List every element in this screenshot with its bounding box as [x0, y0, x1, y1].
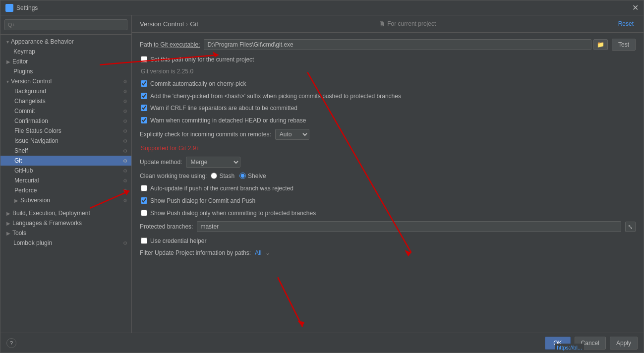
set-path-checkbox[interactable]: [141, 56, 147, 62]
clean-tree-label: Clean working tree using:: [140, 173, 207, 179]
search-box: [0, 15, 131, 35]
expand-icon: ▶: [6, 221, 10, 226]
breadcrumb-bar: Version Control › Git 🗎 For current proj…: [132, 15, 644, 33]
search-input[interactable]: [4, 19, 127, 30]
sidebar-item-subversion[interactable]: ▶ Subversion ⚙: [0, 195, 131, 205]
warn-detached-checkbox[interactable]: [141, 117, 147, 123]
warn-detached-row: Warn when committing in detached HEAD or…: [140, 117, 636, 125]
bottom-bar: ? OK Cancel Apply: [0, 333, 644, 353]
for-project-container: 🗎 For current project: [378, 20, 436, 28]
sidebar-item-appearance-behavior[interactable]: ▾ Appearance & Behavior: [0, 37, 131, 47]
settings-icon: ⚙: [123, 168, 127, 174]
sidebar-item-changelists[interactable]: Changelists ⚙: [0, 96, 131, 106]
incoming-commits-row: Explicitly check for incoming commits on…: [140, 129, 636, 140]
update-method-label: Update method:: [140, 159, 182, 166]
shelve-label: Shelve: [248, 173, 266, 179]
settings-icon: ⚙: [123, 240, 127, 246]
settings-icon: ⚙: [123, 89, 127, 94]
main-content: Version Control › Git 🗎 For current proj…: [132, 15, 644, 333]
show-push-dialog-label: Show Push dialog for Commit and Push: [150, 197, 255, 205]
settings-icon: ⚙: [123, 138, 127, 144]
settings-icon: ⚙: [123, 109, 127, 114]
expand-icon: ▾: [6, 79, 9, 84]
sidebar-item-shelf[interactable]: Shelf ⚙: [0, 146, 131, 156]
sidebar-item-commit[interactable]: Commit ⚙: [0, 106, 131, 116]
apply-button[interactable]: Apply: [610, 337, 638, 350]
update-method-select[interactable]: Merge Rebase Branch Default: [186, 157, 240, 168]
clean-tree-row: Clean working tree using: Stash Shelve: [140, 173, 636, 179]
folder-button[interactable]: 📁: [593, 39, 608, 50]
app-icon: [5, 4, 13, 12]
stash-radio[interactable]: [211, 173, 217, 179]
sidebar-item-build-execution[interactable]: ▶ Build, Execution, Deployment: [0, 208, 131, 218]
sidebar-item-lombok[interactable]: Lombok plugin ⚙: [0, 238, 131, 248]
expand-icon: ▶: [6, 211, 10, 216]
breadcrumb: Version Control › Git: [140, 20, 198, 28]
auto-update-row: Auto-update if push of the current branc…: [140, 184, 636, 193]
commit-cherry-pick-checkbox[interactable]: [141, 80, 147, 87]
settings-icon: ⚙: [123, 79, 127, 84]
expand-icon: ▶: [6, 231, 10, 236]
settings-icon: ⚙: [123, 118, 127, 124]
sidebar-item-mercurial[interactable]: Mercurial ⚙: [0, 176, 131, 185]
settings-dialog: Settings ✕ ▾ Appearance & Behavior: [0, 0, 644, 353]
sidebar-item-perforce[interactable]: Perforce ⚙: [0, 185, 131, 195]
protected-branches-row: Protected branches: ⤡: [140, 221, 636, 232]
auto-update-label: Auto-update if push of the current branc…: [150, 184, 293, 193]
sidebar-item-confirmation[interactable]: Confirmation ⚙: [0, 116, 131, 126]
expand-icon: ▶: [6, 59, 10, 64]
update-method-row: Update method: Merge Rebase Branch Defau…: [140, 157, 636, 168]
filter-dropdown-icon: ⌄: [265, 249, 270, 256]
sidebar-item-plugins[interactable]: Plugins: [0, 66, 131, 76]
expand-button[interactable]: ⤡: [625, 222, 636, 232]
auto-update-checkbox[interactable]: [141, 185, 147, 191]
protected-branches-input[interactable]: [197, 221, 621, 232]
sidebar-item-languages-frameworks[interactable]: ▶ Languages & Frameworks: [0, 218, 131, 228]
filter-value[interactable]: All: [255, 249, 261, 256]
sidebar-item-version-control[interactable]: ▾ Version Control ⚙: [0, 76, 131, 86]
project-icon: 🗎: [378, 20, 385, 28]
shelve-radio[interactable]: [239, 173, 246, 179]
add-suffix-label: Add the 'cherry-picked from <hash>' suff…: [150, 92, 401, 101]
sidebar-item-tools[interactable]: ▶ Tools: [0, 228, 131, 238]
warn-crlf-label: Warn if CRLF line separators are about t…: [150, 104, 297, 113]
settings-icon: ⚙: [123, 99, 127, 104]
settings-icon: ⚙: [123, 188, 127, 193]
git-settings-panel: Path to Git executable: 📁 Test Set this …: [132, 33, 644, 333]
add-suffix-checkbox[interactable]: [141, 93, 147, 99]
help-button[interactable]: ?: [6, 338, 16, 348]
shelve-radio-label[interactable]: Shelve: [239, 173, 266, 179]
show-push-protected-label: Show Push dialog only when committing to…: [150, 209, 316, 218]
sidebar-item-issue-navigation[interactable]: Issue Navigation ⚙: [0, 136, 131, 146]
incoming-commits-select[interactable]: Auto Always Never: [275, 129, 309, 140]
test-button[interactable]: Test: [612, 39, 636, 51]
url-tooltip: https://bl...: [555, 344, 584, 352]
breadcrumb-separator: ›: [186, 20, 188, 28]
show-push-protected-checkbox[interactable]: [141, 210, 147, 216]
supported-text: Supported for Git 2.9+: [140, 145, 636, 152]
settings-icon: ⚙: [123, 128, 127, 134]
reset-button[interactable]: Reset: [616, 19, 636, 28]
show-push-dialog-checkbox[interactable]: [141, 197, 147, 204]
sidebar: ▾ Appearance & Behavior Keymap ▶ Editor: [0, 15, 132, 333]
credential-helper-row: Use credential helper: [140, 237, 636, 245]
path-input-container: 📁: [204, 39, 608, 50]
protected-branches-label: Protected branches:: [140, 223, 193, 230]
settings-icon: ⚙: [123, 148, 127, 154]
sidebar-item-keymap[interactable]: Keymap: [0, 47, 131, 57]
expand-icon: ▾: [6, 39, 9, 45]
breadcrumb-current: Git: [190, 20, 198, 28]
incoming-commits-label: Explicitly check for incoming commits on…: [140, 131, 271, 138]
sidebar-item-git[interactable]: Git ⚙: [0, 156, 131, 166]
title-bar: Settings ✕: [0, 0, 644, 15]
stash-radio-label[interactable]: Stash: [211, 173, 234, 179]
sidebar-item-file-status-colors[interactable]: File Status Colors ⚙: [0, 126, 131, 136]
sidebar-item-github[interactable]: GitHub ⚙: [0, 166, 131, 176]
close-button[interactable]: ✕: [632, 4, 639, 12]
git-path-input[interactable]: [204, 39, 591, 50]
sidebar-item-background[interactable]: Background ⚙: [0, 86, 131, 96]
warn-crlf-checkbox[interactable]: [141, 105, 147, 111]
sidebar-item-editor[interactable]: ▶ Editor: [0, 57, 131, 66]
set-path-label: Set this path only for the current proje…: [150, 56, 254, 64]
credential-helper-checkbox[interactable]: [141, 237, 147, 244]
